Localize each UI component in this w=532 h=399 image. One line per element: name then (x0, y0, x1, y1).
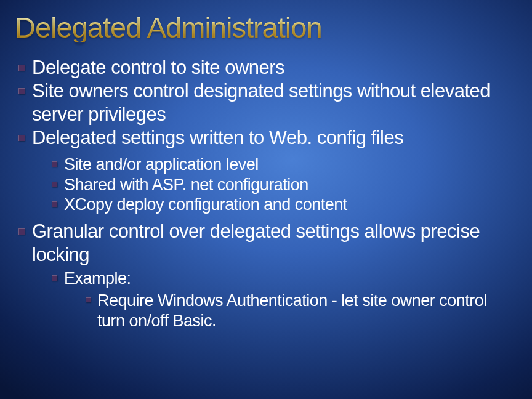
bullet-text: Site and/or application level (64, 155, 259, 175)
list-item: Granular control over delegated settings… (18, 220, 517, 267)
bullet-text: Require Windows Authentication - let sit… (97, 291, 517, 331)
bullet-group-1: Delegate control to site owners Site own… (15, 56, 517, 149)
bullet-text: XCopy deploy configuration and content (64, 195, 347, 215)
bullet-text: Delegate control to site owners (32, 56, 284, 79)
bullet-group-5: Require Windows Authentication - let sit… (15, 291, 517, 331)
list-item: Require Windows Authentication - let sit… (86, 291, 517, 331)
bullet-icon (18, 88, 25, 94)
bullet-icon (52, 275, 57, 281)
slide: Delegated Administration Delegate contro… (0, 0, 532, 331)
bullet-text: Delegated settings written to Web. confi… (32, 126, 403, 150)
list-item: Delegate control to site owners (18, 56, 517, 79)
bullet-text: Site owners control designated settings … (32, 79, 517, 126)
list-item: Shared with ASP. net configuration (52, 175, 517, 195)
list-item: Delegated settings written to Web. confi… (18, 126, 517, 150)
bullet-icon (52, 182, 57, 187)
bullet-text: Granular control over delegated settings… (32, 220, 517, 267)
bullet-group-3: Granular control over delegated settings… (15, 220, 517, 267)
bullet-icon (86, 297, 91, 302)
list-item: Site owners control designated settings … (18, 79, 517, 126)
bullet-icon (52, 201, 57, 207)
bullet-group-4: Example: (15, 268, 517, 289)
list-item: XCopy deploy configuration and content (52, 195, 517, 215)
bullet-icon (52, 161, 57, 167)
bullet-text: Shared with ASP. net configuration (64, 175, 308, 195)
bullet-group-2: Site and/or application level Shared wit… (15, 155, 517, 216)
slide-title: Delegated Administration (15, 12, 517, 42)
list-item: Site and/or application level (52, 155, 517, 175)
bullet-icon (18, 65, 25, 71)
bullet-text: Example: (64, 268, 131, 289)
bullet-icon (18, 135, 25, 141)
list-item: Example: (52, 268, 517, 289)
bullet-icon (18, 228, 25, 235)
